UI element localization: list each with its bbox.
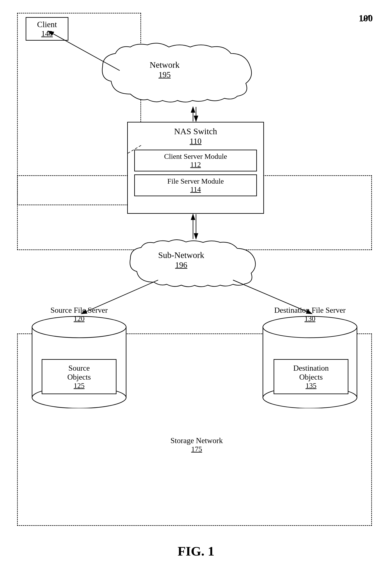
network-cloud (96, 43, 263, 107)
diagram-number-arrow (358, 11, 375, 24)
sub-network-label: Sub-Network 196 (158, 250, 204, 270)
diagram-container: 100 Client 140 Network 195 NAS Switch 11… (0, 0, 392, 578)
nas-switch-title: NAS Switch 110 (128, 122, 263, 147)
client-server-module-box: Client Server Module 112 (134, 150, 257, 171)
file-server-module-box: File Server Module 114 (134, 174, 257, 196)
source-objects-box: Source Objects 125 (42, 359, 116, 394)
destination-file-server-label: Destination File Server 130 (261, 306, 359, 323)
source-file-server-label: Source File Server 120 (30, 306, 128, 323)
nas-switch-box: NAS Switch 110 Client Server Module 112 … (127, 122, 264, 214)
fig-label: FIG. 1 (178, 544, 214, 559)
destination-objects-box: Destination Objects 135 (274, 359, 348, 394)
storage-network-label: Storage Network 175 (128, 436, 265, 453)
